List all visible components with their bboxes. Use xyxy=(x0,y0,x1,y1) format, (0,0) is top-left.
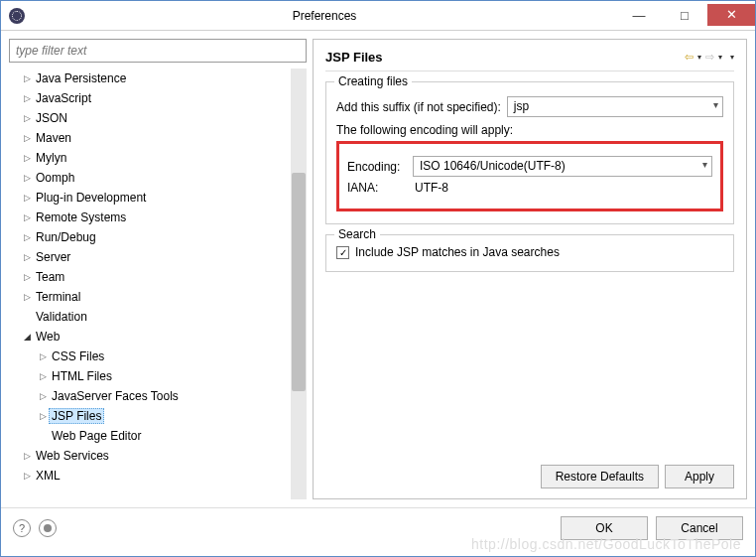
search-legend: Search xyxy=(334,227,380,241)
encoding-group: Encoding: ISO 10646/Unicode(UTF-8) IANA:… xyxy=(336,141,723,211)
ok-button[interactable]: OK xyxy=(561,516,648,540)
tree-item-label: CSS Files xyxy=(49,348,107,364)
expand-arrow-icon[interactable]: ◢ xyxy=(21,332,33,342)
creating-files-group: Creating files Add this suffix (if not s… xyxy=(325,81,734,224)
expand-arrow-icon[interactable]: ▷ xyxy=(21,133,33,143)
tree-item-label: Plug-in Development xyxy=(33,190,149,206)
tree-item[interactable]: ▷JSON xyxy=(9,108,289,128)
expand-arrow-icon[interactable]: ▷ xyxy=(21,113,33,123)
app-icon xyxy=(9,8,25,24)
search-group: Search ✓ Include JSP matches in Java sea… xyxy=(325,234,734,272)
encoding-combo[interactable]: ISO 10646/Unicode(UTF-8) xyxy=(413,156,712,177)
back-menu[interactable]: ▾ xyxy=(697,53,701,62)
page-title: JSP Files xyxy=(325,50,685,65)
expand-arrow-icon[interactable]: ▷ xyxy=(21,153,33,163)
help-icon[interactable]: ? xyxy=(13,519,31,537)
tree-item[interactable]: ▷JavaScript xyxy=(9,88,289,108)
tree-item[interactable]: ▷Run/Debug xyxy=(9,227,289,247)
tree-item[interactable]: Validation xyxy=(9,307,289,327)
tree-item[interactable]: ▷JSP Files xyxy=(9,406,289,426)
tree-item[interactable]: ▷Plug-in Development xyxy=(9,188,289,208)
tree-item-label: Web xyxy=(33,329,63,345)
tree-scrollbar[interactable] xyxy=(291,69,307,499)
tree-item-label: Server xyxy=(33,249,73,265)
tree-item[interactable]: ▷Maven xyxy=(9,128,289,148)
expand-arrow-icon[interactable]: ▷ xyxy=(21,292,33,302)
tree-item[interactable]: Web Page Editor xyxy=(9,426,289,446)
tree-item-label: Oomph xyxy=(33,170,77,186)
restore-defaults-button[interactable]: Restore Defaults xyxy=(541,465,659,488)
suffix-label: Add this suffix (if not specified): xyxy=(336,100,501,114)
titlebar: Preferences — □ ✕ xyxy=(1,1,755,31)
back-icon[interactable]: ⇦ xyxy=(685,51,693,64)
tree-item[interactable]: ▷Web Services xyxy=(9,446,289,466)
view-menu[interactable]: ▾ xyxy=(730,53,734,62)
close-button[interactable]: ✕ xyxy=(707,4,755,26)
tree-item[interactable]: ◢Web xyxy=(9,327,289,347)
expand-arrow-icon[interactable]: ▷ xyxy=(21,193,33,203)
tree-item-label: Team xyxy=(33,269,67,285)
import-export-icon[interactable] xyxy=(39,519,57,537)
expand-arrow-icon[interactable]: ▷ xyxy=(37,391,49,401)
expand-arrow-icon[interactable]: ▷ xyxy=(21,232,33,242)
tree-item[interactable]: ▷Oomph xyxy=(9,168,289,188)
cancel-button[interactable]: Cancel xyxy=(656,516,743,540)
include-jsp-label: Include JSP matches in Java searches xyxy=(355,245,560,259)
expand-arrow-icon[interactable]: ▷ xyxy=(21,212,33,222)
tree-item-label: JavaScript xyxy=(33,90,94,106)
tree-item-label: Maven xyxy=(33,130,74,146)
tree-item[interactable]: ▷Team xyxy=(9,267,289,287)
tree-item-label: Remote Systems xyxy=(33,209,129,225)
expand-arrow-icon[interactable]: ▷ xyxy=(21,272,33,282)
expand-arrow-icon[interactable]: ▷ xyxy=(21,471,33,481)
tree-item-label: XML xyxy=(33,468,63,484)
minimize-button[interactable]: — xyxy=(616,4,662,28)
maximize-button[interactable]: □ xyxy=(662,4,707,28)
expand-arrow-icon[interactable]: ▷ xyxy=(21,252,33,262)
tree-item-label: Validation xyxy=(33,309,90,325)
tree-item-label: Java Persistence xyxy=(33,70,129,86)
tree-item-label: Mylyn xyxy=(33,150,69,166)
tree-item[interactable]: ▷HTML Files xyxy=(9,366,289,386)
tree-item-label: JSP Files xyxy=(49,408,104,424)
forward-icon[interactable]: ⇨ xyxy=(705,51,714,64)
tree-item-label: Web Services xyxy=(33,448,112,464)
expand-arrow-icon[interactable]: ▷ xyxy=(37,351,49,361)
window-title: Preferences xyxy=(33,9,616,23)
forward-menu[interactable]: ▾ xyxy=(718,53,722,62)
tree-item-label: Web Page Editor xyxy=(49,428,145,444)
tree-item[interactable]: ▷Remote Systems xyxy=(9,208,289,227)
left-pane: ▷Java Persistence▷JavaScript▷JSON▷Maven▷… xyxy=(9,39,307,499)
encoding-label: Encoding: xyxy=(347,160,407,174)
expand-arrow-icon[interactable]: ▷ xyxy=(37,411,49,421)
nav-arrows: ⇦▾ ⇨▾ ▾ xyxy=(685,51,734,64)
iana-value: UTF-8 xyxy=(413,181,448,195)
preference-tree[interactable]: ▷Java Persistence▷JavaScript▷JSON▷Maven▷… xyxy=(9,69,291,499)
iana-label: IANA: xyxy=(347,181,407,195)
tree-item[interactable]: ▷Mylyn xyxy=(9,148,289,168)
tree-item[interactable]: ▷JavaServer Faces Tools xyxy=(9,386,289,406)
tree-item[interactable]: ▷XML xyxy=(9,466,289,486)
include-jsp-checkbox[interactable]: ✓ xyxy=(336,246,349,259)
tree-item-label: Terminal xyxy=(33,289,83,305)
tree-item-label: HTML Files xyxy=(49,368,115,384)
filter-input[interactable] xyxy=(9,39,307,63)
expand-arrow-icon[interactable]: ▷ xyxy=(21,173,33,183)
tree-item[interactable]: ▷CSS Files xyxy=(9,347,289,366)
expand-arrow-icon[interactable]: ▷ xyxy=(21,93,33,103)
expand-arrow-icon[interactable]: ▷ xyxy=(37,371,49,381)
tree-item[interactable]: ▷Terminal xyxy=(9,287,289,307)
tree-item[interactable]: ▷Server xyxy=(9,247,289,267)
creating-files-legend: Creating files xyxy=(334,74,412,88)
tree-item-label: Run/Debug xyxy=(33,229,99,245)
suffix-combo[interactable]: jsp xyxy=(507,96,723,117)
tree-item-label: JSON xyxy=(33,110,70,126)
encoding-note: The following encoding will apply: xyxy=(336,123,723,137)
tree-item[interactable]: ▷Java Persistence xyxy=(9,69,289,88)
apply-button[interactable]: Apply xyxy=(665,465,734,488)
tree-item-label: JavaServer Faces Tools xyxy=(49,388,182,404)
expand-arrow-icon[interactable]: ▷ xyxy=(21,73,33,83)
expand-arrow-icon[interactable]: ▷ xyxy=(21,451,33,461)
bottom-bar: ? OK Cancel xyxy=(1,507,755,547)
right-pane: JSP Files ⇦▾ ⇨▾ ▾ Creating files Add thi… xyxy=(313,39,747,499)
